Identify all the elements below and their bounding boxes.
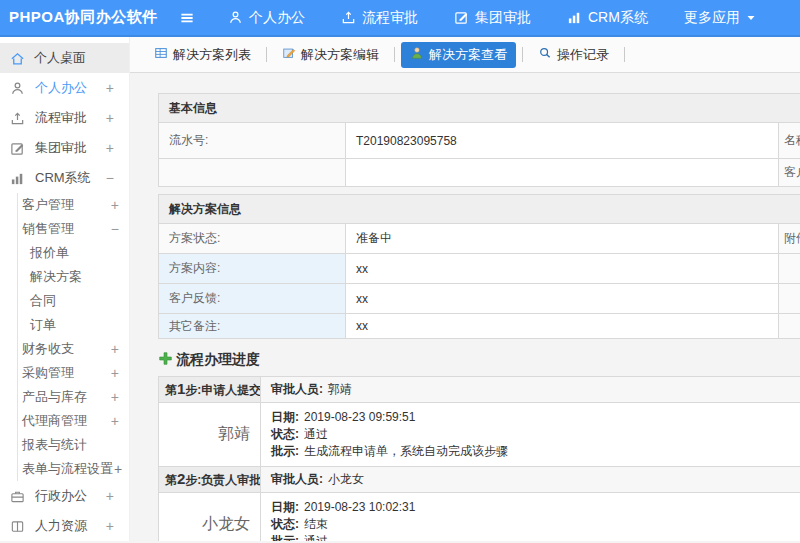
nav-personal-office[interactable]: 个人办公: [228, 9, 305, 27]
field-value-feedback: xx: [346, 284, 779, 314]
sidebar-item-finance[interactable]: 财务收支 +: [18, 337, 129, 361]
sidebar-item-contract[interactable]: 合同: [18, 289, 129, 313]
tab-label: 解决方案编辑: [301, 46, 379, 64]
sidebar-item-personal-office[interactable]: 个人办公 +: [0, 73, 129, 103]
sidebar-item-flow-approval[interactable]: 流程审批 +: [0, 103, 129, 133]
nav-label: 更多应用: [684, 9, 740, 27]
group-approval-icon: [454, 10, 469, 25]
sidebar-item-purchase[interactable]: 采购管理 +: [18, 361, 129, 385]
sidebar-item-label: 销售管理: [22, 220, 74, 238]
step-approver: 审批人员:小龙女: [261, 467, 800, 493]
sidebar-item-label: 报价单: [30, 244, 69, 262]
approver-name: 小龙女: [159, 493, 261, 542]
step-detail: 日期:2019-08-23 10:02:31 状态:结束 批示:通过: [261, 493, 800, 542]
tab-label: 解决方案查看: [429, 46, 507, 64]
person-view-icon: [410, 46, 424, 63]
expand-plus-icon[interactable]: +: [106, 80, 114, 96]
crm-chart-icon: [10, 171, 26, 186]
user-icon: [10, 81, 26, 96]
step-approver: 审批人员:郭靖: [261, 377, 800, 403]
nav-group-approval[interactable]: 集团审批: [454, 9, 531, 27]
field-label: [779, 314, 800, 339]
sidebar-item-solution[interactable]: 解决方案: [18, 265, 129, 289]
field-label: 流水号:: [159, 123, 346, 159]
sidebar-item-order[interactable]: 订单: [18, 313, 129, 337]
section-title: 流程办理进度: [176, 351, 260, 369]
nav-label: 个人办公: [249, 9, 305, 27]
field-label: 方案内容:: [159, 254, 346, 284]
collapse-minus-icon[interactable]: −: [106, 170, 114, 186]
field-value-status: 准备中: [346, 224, 779, 254]
table-row: 方案状态: 准备中 附件: [159, 224, 800, 254]
sidebar-item-label: 表单与流程设置: [22, 460, 113, 478]
sidebar-item-product-stock[interactable]: 产品与库存 +: [18, 385, 129, 409]
section-title: 基本信息: [159, 94, 800, 123]
sidebar-item-crm[interactable]: CRM系统 −: [0, 163, 129, 193]
sidebar-item-customer-mgmt[interactable]: 客户管理 +: [18, 193, 129, 217]
sidebar-item-reports[interactable]: 报表与统计: [18, 433, 129, 457]
sidebar-item-form-flow-settings[interactable]: 表单与流程设置 +: [18, 457, 129, 481]
expand-plus-icon[interactable]: +: [111, 197, 119, 213]
sidebar-item-group-approval[interactable]: 集团审批 +: [0, 133, 129, 163]
expand-plus-icon[interactable]: +: [114, 461, 122, 477]
expand-plus-icon[interactable]: +: [106, 518, 114, 534]
sidebar-item-label: 财务收支: [22, 340, 74, 358]
expand-plus-icon[interactable]: +: [111, 413, 119, 429]
sidebar-item-hr[interactable]: 人力资源 +: [0, 511, 129, 541]
sidebar-item-label: 客户管理: [22, 196, 74, 214]
list-table-icon: [154, 46, 168, 63]
caret-down-icon: [746, 13, 756, 23]
tab-solution-list[interactable]: 解决方案列表: [145, 42, 260, 68]
expand-plus-icon[interactable]: +: [106, 140, 114, 156]
sidebar-item-label: 采购管理: [22, 364, 74, 382]
sidebar-item-label: 个人桌面: [34, 49, 86, 67]
expand-plus-icon[interactable]: +: [111, 365, 119, 381]
tab-label: 解决方案列表: [173, 46, 251, 64]
table-row: 郭靖 日期:2019-08-23 09:59:51 状态:通过 批示:生成流程申…: [159, 403, 800, 467]
field-label: [159, 159, 346, 187]
step-detail: 日期:2019-08-23 09:59:51 状态:通过 批示:生成流程申请单，…: [261, 403, 800, 467]
tab-operation-log[interactable]: 操作记录: [529, 42, 618, 68]
home-icon: [10, 51, 25, 66]
field-label: 方案状态:: [159, 224, 346, 254]
sidebar-item-sales-mgmt[interactable]: 销售管理 −: [18, 217, 129, 241]
table-row: 客户: [159, 159, 800, 187]
sidebar-item-label: 代理商管理: [22, 412, 87, 430]
sidebar-item-label: 行政办公: [35, 487, 87, 505]
sidebar-item-agent-mgmt[interactable]: 代理商管理 +: [18, 409, 129, 433]
expand-plus-icon[interactable]: +: [111, 389, 119, 405]
detail-comment: 批示:生成流程申请单，系统自动完成该步骤: [271, 443, 800, 460]
table-row: 其它备注: xx: [159, 314, 800, 339]
expand-plus-icon[interactable]: +: [106, 488, 114, 504]
tab-solution-edit[interactable]: 解决方案编辑: [273, 42, 388, 68]
sidebar-item-label: 解决方案: [30, 268, 82, 286]
app-logo[interactable]: PHPOA协同办公软件: [0, 8, 168, 27]
nav-more-apps[interactable]: 更多应用: [684, 9, 756, 27]
tab-label: 操作记录: [557, 46, 609, 64]
top-header-bar: PHPOA协同办公软件 个人办公 流程审批 集团审批 CRM系统: [0, 0, 800, 37]
tab-solution-view[interactable]: 解决方案查看: [401, 42, 516, 68]
expand-plus-icon[interactable]: +: [111, 341, 119, 357]
detail-date: 日期:2019-08-23 09:59:51: [271, 409, 800, 426]
sidebar-item-label: 集团审批: [35, 139, 87, 157]
field-label: [779, 254, 800, 284]
book-icon: [10, 519, 26, 534]
plus-green-icon: [158, 351, 173, 369]
sidebar-item-quotation[interactable]: 报价单: [18, 241, 129, 265]
approver-name: 郭靖: [159, 403, 261, 467]
nav-label: CRM系统: [588, 9, 648, 27]
nav-crm-system[interactable]: CRM系统: [567, 9, 648, 27]
expand-plus-icon[interactable]: +: [106, 110, 114, 126]
sidebar-item-label: 合同: [30, 292, 56, 310]
basic-info-table: 基本信息 流水号: T20190823095758 名称 客户: [158, 93, 800, 187]
sidebar-item-admin-office[interactable]: 行政办公 +: [0, 481, 129, 511]
collapse-minus-icon[interactable]: −: [111, 221, 119, 237]
hamburger-menu-icon[interactable]: [178, 9, 196, 27]
tab-bar: 解决方案列表 解决方案编辑 解决方案查看 操作记录: [130, 37, 800, 73]
nav-flow-approval[interactable]: 流程审批: [341, 9, 418, 27]
field-label: [779, 284, 800, 314]
tab-separator: [624, 47, 625, 62]
approval-flow-icon: [10, 111, 26, 126]
sidebar-item-desktop[interactable]: 个人桌面: [0, 43, 129, 73]
progress-table: 第1步:申请人提交申请 审批人员:郭靖 郭靖 日期:2019-08-23 09:…: [158, 376, 800, 541]
